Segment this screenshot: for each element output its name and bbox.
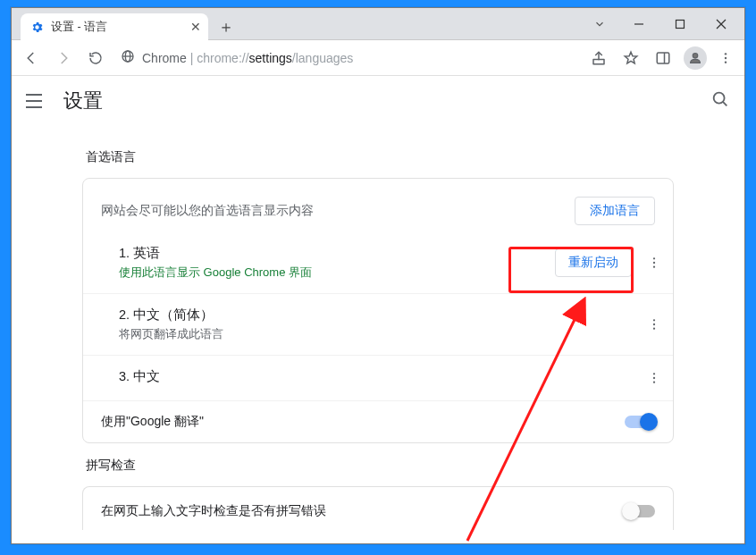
- language-subtext: 使用此语言显示 Google Chrome 界面: [119, 265, 555, 281]
- svg-point-11: [693, 53, 697, 57]
- language-subtext: 将网页翻译成此语言: [119, 326, 643, 342]
- url-prefix: chrome://: [197, 51, 248, 65]
- tab-search-button[interactable]: [580, 8, 619, 39]
- spell-check-heading: 拼写检查: [82, 443, 674, 486]
- language-name: 1. 英语: [119, 245, 555, 262]
- spell-check-toggle[interactable]: [625, 505, 655, 517]
- forward-button[interactable]: [49, 44, 78, 72]
- settings-title: 设置: [63, 88, 103, 114]
- google-translate-row: 使用"Google 翻译": [83, 400, 673, 439]
- language-row-more-button[interactable]: [643, 307, 666, 342]
- svg-point-13: [725, 56, 727, 58]
- svg-line-16: [723, 102, 727, 105]
- svg-point-23: [653, 373, 655, 374]
- svg-point-22: [653, 328, 655, 330]
- toolbar: Chrome | chrome://settings/languages: [12, 40, 744, 76]
- url-scheme: Chrome: [142, 51, 187, 65]
- svg-point-21: [653, 324, 655, 325]
- tab-close-icon[interactable]: ✕: [190, 21, 201, 33]
- window-controls: [619, 8, 744, 39]
- language-name: 3. 中文: [119, 368, 643, 385]
- search-settings-button[interactable]: [710, 89, 730, 113]
- svg-marker-8: [625, 52, 637, 63]
- svg-point-12: [725, 53, 727, 55]
- add-language-button[interactable]: 添加语言: [575, 197, 655, 225]
- language-row-more-button[interactable]: [643, 245, 666, 281]
- tab-title: 设置 - 语言: [51, 20, 183, 35]
- settings-gear-icon: [29, 20, 44, 34]
- browser-window: 设置 - 语言 ✕ ＋ Chrome | chrome://settings/l…: [11, 7, 745, 544]
- google-translate-toggle[interactable]: [625, 416, 655, 428]
- profile-button[interactable]: [680, 44, 710, 72]
- url-suffix: /languages: [292, 51, 354, 65]
- settings-appbar: 设置: [12, 76, 744, 126]
- preferred-languages-heading: 首选语言: [82, 135, 674, 178]
- svg-point-17: [653, 257, 655, 259]
- avatar-icon: [684, 46, 707, 70]
- maximize-button[interactable]: [660, 11, 700, 38]
- browser-tab[interactable]: 设置 - 语言 ✕: [21, 13, 208, 40]
- language-row-more-button[interactable]: [643, 368, 666, 388]
- browser-menu-button[interactable]: [712, 51, 739, 65]
- preferred-languages-desc: 网站会尽可能以您的首选语言显示内容: [101, 203, 314, 219]
- svg-point-18: [653, 262, 655, 264]
- spell-check-label: 在网页上输入文字时检查是否有拼写错误: [101, 503, 326, 519]
- restart-button[interactable]: 重新启动: [555, 248, 632, 277]
- spell-check-card: 在网页上输入文字时检查是否有拼写错误: [82, 486, 674, 530]
- side-panel-button[interactable]: [648, 44, 678, 72]
- menu-button[interactable]: [26, 90, 47, 112]
- language-name: 2. 中文（简体）: [119, 307, 643, 324]
- back-button[interactable]: [17, 44, 46, 72]
- close-window-button[interactable]: [701, 11, 741, 38]
- language-row-english: 1. 英语 使用此语言显示 Google Chrome 界面 重新启动: [83, 232, 673, 293]
- google-translate-label: 使用"Google 翻译": [101, 414, 204, 430]
- svg-point-20: [653, 319, 655, 321]
- titlebar: 设置 - 语言 ✕ ＋: [12, 8, 744, 40]
- address-bar[interactable]: Chrome | chrome://settings/languages: [113, 45, 576, 71]
- reload-button[interactable]: [81, 44, 110, 72]
- svg-rect-9: [657, 53, 669, 63]
- svg-point-15: [714, 93, 725, 104]
- bookmark-star-button[interactable]: [616, 44, 646, 72]
- svg-rect-1: [676, 20, 685, 28]
- svg-point-19: [653, 266, 655, 268]
- minimize-button[interactable]: [619, 11, 659, 38]
- new-tab-button[interactable]: ＋: [214, 14, 239, 39]
- site-info-icon[interactable]: [121, 49, 135, 66]
- svg-point-24: [653, 377, 655, 379]
- svg-rect-7: [593, 59, 604, 63]
- preferred-languages-card: 网站会尽可能以您的首选语言显示内容 添加语言 1. 英语 使用此语言显示 Goo…: [82, 178, 674, 443]
- language-row-zh: 3. 中文: [83, 355, 673, 400]
- url-mid: settings: [249, 51, 292, 65]
- share-button[interactable]: [584, 44, 614, 72]
- svg-point-25: [653, 382, 655, 383]
- language-row-zh-cn: 2. 中文（简体） 将网页翻译成此语言: [83, 293, 673, 355]
- settings-content-scroll[interactable]: 设置 首选语言 网站会尽可能以您的首选语言显示内容 添加语言: [12, 76, 744, 543]
- svg-point-14: [725, 61, 727, 63]
